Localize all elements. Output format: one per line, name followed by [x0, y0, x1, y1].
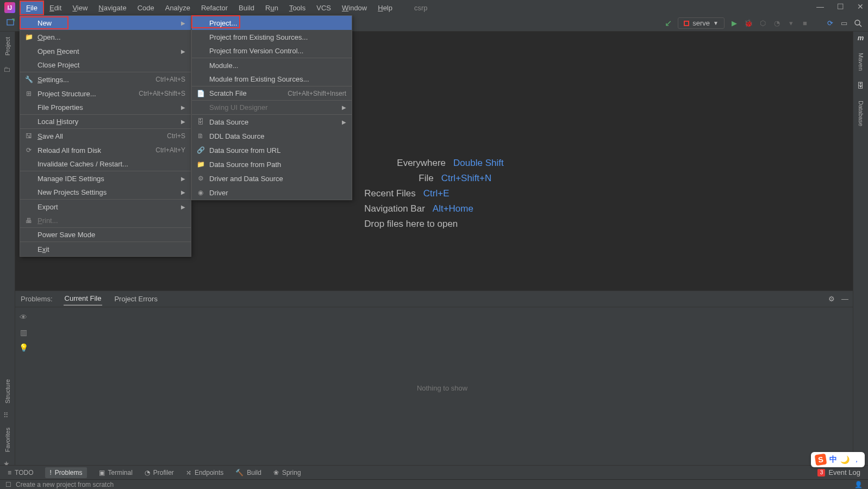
ime-comma: ，	[853, 455, 860, 465]
new-submenu-item-7[interactable]: 🗄Data Source▶	[192, 115, 352, 129]
maximize-icon[interactable]: ☐	[837, 2, 844, 11]
bulb-icon[interactable]: 💡	[19, 343, 28, 352]
minimize-panel-icon[interactable]: —	[841, 295, 848, 303]
build-icon: 🔨	[235, 469, 243, 476]
menu-analyze[interactable]: Analyze	[160, 2, 196, 14]
file-menu-item-4[interactable]: 🔧Settings...Ctrl+Alt+S	[20, 72, 191, 86]
file-menu-item-5[interactable]: ⊞Project Structure...Ctrl+Alt+Shift+S	[20, 86, 191, 101]
menu-help[interactable]: Help	[372, 2, 398, 14]
attach-icon[interactable]: ▾	[786, 19, 795, 28]
file-menu-item-6[interactable]: File Properties▶	[20, 101, 191, 115]
status-right-icon[interactable]: 👤	[854, 481, 863, 488]
tab-current-file[interactable]: Current File	[64, 292, 103, 306]
event-log-tab[interactable]: Event Log	[828, 468, 860, 476]
tab-project-errors[interactable]: Project Errors	[113, 293, 158, 305]
project-tool-tab[interactable]: Project	[3, 34, 12, 59]
menu-window[interactable]: Window	[336, 2, 372, 14]
folder-icon: 📁	[24, 33, 33, 41]
shortcut-text: Ctrl+Alt+S	[155, 76, 185, 83]
stop-icon[interactable]: ■	[801, 19, 809, 28]
bottom-tab-spring[interactable]: ❀Spring	[273, 469, 301, 476]
new-submenu-item-12[interactable]: ◉Driver	[192, 185, 352, 200]
file-menu-item-15[interactable]: Power Save Mode	[20, 228, 191, 242]
menu-edit[interactable]: Edit	[44, 2, 67, 14]
new-submenu-item-11[interactable]: ⚙Driver and Data Source	[192, 171, 352, 185]
blank-icon	[24, 231, 33, 239]
file-menu-item-1[interactable]: 📁Open...	[20, 30, 191, 44]
file-menu-item-16[interactable]: Exit	[20, 242, 191, 256]
menu-code[interactable]: Code	[132, 2, 160, 14]
shortcut-text: Ctrl+S	[167, 132, 185, 140]
submenu-item-label: Scratch File	[209, 89, 283, 97]
bottom-tab-build[interactable]: 🔨Build	[235, 469, 261, 476]
folder-icon[interactable]: 🗀	[3, 65, 12, 74]
new-submenu-item-4[interactable]: Module from Existing Sources...	[192, 72, 352, 86]
coverage-icon[interactable]: ⬡	[758, 19, 767, 28]
event-log-icon: 3	[817, 469, 825, 476]
menu-navigate[interactable]: Navigate	[93, 2, 132, 14]
maven-tool-tab[interactable]: Maven	[857, 49, 865, 74]
run-config-label: serve	[692, 19, 710, 27]
file-menu-item-7[interactable]: Local History▶	[20, 115, 191, 129]
file-menu-item-2[interactable]: Open Recent▶	[20, 44, 191, 58]
file-menu-item-9[interactable]: ⟳Reload All from DiskCtrl+Alt+Y	[20, 143, 191, 157]
new-submenu-item-0[interactable]: Project...	[192, 16, 352, 30]
run-configuration[interactable]: serve ▼	[678, 17, 725, 29]
menu-run[interactable]: Run	[260, 2, 284, 14]
file-menu-item-11[interactable]: Manage IDE Settings▶	[20, 171, 191, 185]
submenu-item-label: Swing UI Designer	[209, 103, 338, 112]
status-icon[interactable]: ☐	[5, 481, 11, 488]
bottom-tab-terminal[interactable]: ▣Terminal	[99, 469, 133, 476]
new-submenu-item-10[interactable]: 📁Data Source from Path	[192, 157, 352, 171]
menu-tools[interactable]: Tools	[284, 2, 311, 14]
debug-icon[interactable]: 🐞	[744, 19, 753, 28]
new-submenu-item-2[interactable]: Project from Version Control...	[192, 44, 352, 58]
file-menu-item-0[interactable]: New▶	[20, 16, 191, 30]
submenu-arrow-icon: ▶	[181, 20, 185, 26]
structure-tool-tab[interactable]: Structure	[3, 376, 12, 407]
file-menu-item-10[interactable]: Invalidate Caches / Restart...	[20, 157, 191, 171]
driver-icon: ⚙	[196, 174, 205, 183]
layout-icon[interactable]: ▥	[20, 328, 27, 337]
bottom-tab-problems[interactable]: !Problems	[45, 467, 86, 478]
minimize-icon[interactable]: —	[816, 2, 824, 11]
ime-badge[interactable]: S 中 🌙 ，	[811, 452, 865, 467]
profile-icon[interactable]: ◔	[772, 19, 781, 28]
close-icon[interactable]: ✕	[857, 2, 864, 11]
update-icon[interactable]: ⟳	[826, 19, 834, 28]
file-menu-dropdown: New▶📁Open...Open Recent▶Close Project🔧Se…	[20, 15, 191, 257]
menu-view[interactable]: View	[67, 2, 93, 14]
file-menu-item-3[interactable]: Close Project	[20, 58, 191, 72]
menu-vcs[interactable]: VCS	[311, 2, 336, 14]
welcome-row-2: Recent FilesCtrl+E	[364, 188, 503, 199]
bottom-tab-todo[interactable]: ≡TODO	[8, 469, 33, 476]
window-icon[interactable]: ▭	[840, 19, 848, 28]
bottom-tab-label: Build	[247, 469, 261, 476]
file-menu-item-13[interactable]: Export▶	[20, 200, 191, 214]
url-icon: 🔗	[196, 146, 205, 154]
submenu-item-label: Driver and Data Source	[209, 175, 346, 183]
new-submenu-item-9[interactable]: 🔗Data Source from URL	[192, 143, 352, 157]
menu-build[interactable]: Build	[233, 2, 260, 14]
new-submenu-item-1[interactable]: Project from Existing Sources...	[192, 30, 352, 44]
new-file-icon[interactable]	[7, 18, 16, 28]
menu-item-label: Project Structure...	[38, 90, 134, 98]
favorites-tool-tab[interactable]: Favorites	[3, 424, 12, 455]
build-arrow-icon[interactable]: ↙	[664, 19, 672, 28]
search-icon[interactable]	[854, 19, 863, 28]
bottom-tab-profiler[interactable]: ◔Profiler	[145, 469, 174, 476]
menu-refactor[interactable]: Refactor	[196, 2, 233, 14]
run-icon[interactable]: ▶	[730, 19, 739, 28]
menu-item-label: File Properties	[38, 103, 177, 112]
new-submenu-item-5[interactable]: 📄Scratch FileCtrl+Alt+Shift+Insert	[192, 86, 352, 101]
eye-icon[interactable]: 👁	[20, 313, 27, 321]
database-tool-tab[interactable]: Database	[857, 97, 865, 129]
file-menu-item-8[interactable]: 🖫Save AllCtrl+S	[20, 129, 191, 143]
bottom-tab-endpoints[interactable]: ⤭Endpoints	[186, 469, 223, 476]
menu-file[interactable]: File	[20, 1, 44, 15]
new-submenu: Project...Project from Existing Sources.…	[191, 15, 352, 200]
new-submenu-item-3[interactable]: Module...	[192, 58, 352, 72]
new-submenu-item-8[interactable]: 🗎DDL Data Source	[192, 129, 352, 143]
file-menu-item-12[interactable]: New Projects Settings▶	[20, 185, 191, 200]
gear-icon[interactable]: ⚙	[828, 295, 835, 303]
